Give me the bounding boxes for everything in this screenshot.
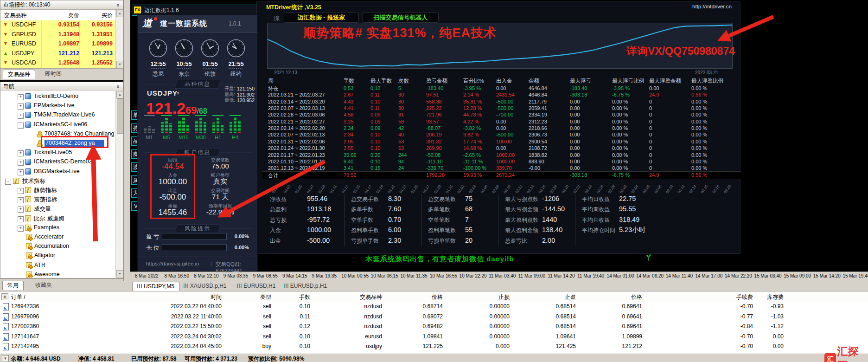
chart-tab-usdjpy-m5[interactable]: USDJPY,M5 [132, 282, 179, 291]
tree-item[interactable]: fAccumulation [0, 242, 115, 251]
clock-face-icon [174, 39, 194, 59]
timeframe-label[interactable]: M1 [143, 135, 156, 140]
orders-col-header-order-tp[interactable]: 止盈 [510, 293, 576, 301]
tree-item[interactable]: +TickmillEU-Demo [0, 92, 115, 101]
market-watch-scrollbar[interactable]: ▲ ▼ [115, 10, 123, 68]
tree-item[interactable]: +FPMarkets-Live [0, 101, 115, 110]
tree-item[interactable]: +f成交量 [0, 204, 115, 213]
tab-summary[interactable]: 综 [274, 14, 280, 23]
orders-col-header-order-symbol[interactable]: 交易品种 [310, 293, 382, 301]
tree-item[interactable]: 70034642: zong ya [0, 139, 115, 148]
timeframe-label[interactable]: M15 [177, 135, 190, 140]
expand-icon[interactable]: + [18, 103, 24, 110]
tree-item[interactable]: −ICMarketsSC-Live06 [0, 120, 115, 129]
tab-common[interactable]: 常用 [2, 281, 24, 290]
expand-icon[interactable]: + [18, 94, 24, 100]
orders-col-header-order-current-price[interactable]: 价格 [576, 293, 642, 301]
stats-cell: 0.00 [570, 139, 580, 144]
expand-icon[interactable]: + [18, 160, 24, 166]
collapse-icon[interactable]: − [5, 179, 11, 185]
stats-cell: 2.95 [344, 139, 353, 144]
quote-row[interactable]: ▲USDJPY121.212121.213 [0, 49, 115, 59]
symbol-name[interactable]: USDJPY [147, 89, 178, 97]
tab-tick-chart[interactable]: 即时图 [40, 70, 66, 78]
close-icon[interactable]: x [1, 293, 8, 300]
server-icon [25, 149, 31, 155]
expand-icon[interactable]: + [18, 113, 24, 119]
quote-row[interactable]: ▼USDCHF0.931540.93156 [0, 20, 115, 30]
col-ask[interactable]: 买价 [80, 12, 113, 19]
expand-icon[interactable]: + [18, 150, 24, 156]
tree-item[interactable]: fAccelerator [0, 233, 115, 242]
collapse-icon[interactable]: − [18, 123, 24, 129]
order-row[interactable]: 1271416472022.03.24 04:30:02sell0.10euru… [0, 332, 868, 342]
orders-col-header-order-commission[interactable]: 手续费 [642, 293, 753, 301]
tree-item[interactable]: +Tickmill-Live05 [0, 148, 115, 157]
quote-row[interactable]: ▼USDCAD1.256481.25652 [0, 58, 115, 68]
timeframe-label[interactable]: H4 [229, 135, 242, 140]
chart-tab-eurusd-h1[interactable]: EURUSD,H1 [232, 282, 280, 291]
navigator-scrollbar[interactable]: ▲ ▼ [115, 91, 123, 278]
stats-cell: 2022.01.31 ~ 2022.02.06 [268, 139, 325, 144]
col-symbol[interactable]: 交易品种 [4, 12, 26, 19]
quote-row[interactable]: ▼EURUSD1.098971.09899 [0, 39, 115, 49]
mt4-terminal: 市场报价: 06:13:40 x 交易品种 卖价 买价 ▼USDCHF0.931… [0, 0, 868, 362]
chart-tab-eurusd-p-h1[interactable]: EURUSD.p,H1 [279, 282, 332, 291]
expand-icon[interactable]: + [18, 216, 24, 222]
tab-symbols[interactable]: 交易品种 [3, 70, 35, 79]
quote-row[interactable]: ▼GBPUSD1.319481.31951 [0, 30, 115, 40]
tree-item[interactable]: +fExamples [0, 223, 115, 233]
expand-icon[interactable]: + [18, 188, 24, 194]
scroll-down-icon[interactable]: ▼ [116, 270, 123, 278]
timeframe-label[interactable]: H1 [211, 135, 224, 140]
daoyi-titlebar[interactable]: 道 道一数据系统 1.0.1 [138, 15, 257, 33]
chart-tab-xauusd-p-h1[interactable]: XAUUSD.p,H1 [179, 282, 231, 291]
summary-row: 总交易笔数75 [428, 194, 502, 205]
order-row[interactable]: 1269473362022.03.22 04:40:00sell0.10nzdu… [0, 302, 868, 312]
summary-stats: 净收益955.46总盈利1913.18总亏损-957.72入金1000.00出金… [267, 194, 652, 246]
tree-item[interactable]: fAwesome [0, 270, 115, 278]
timeframe-label[interactable]: M30 [194, 135, 207, 140]
mtdriver-url[interactable]: http://mtdriver.cn [692, 4, 732, 9]
expand-icon[interactable]: + [18, 197, 24, 203]
tree-item[interactable]: +ICMarketsSC-Demo03 [0, 157, 115, 167]
tree-item[interactable]: fATR [0, 261, 115, 270]
stats-cell: 0.20 [370, 152, 380, 158]
tree-item[interactable]: +DBGMarkets-Live [0, 167, 115, 176]
scan-signal-robot-button[interactable]: 扫描交易信号机器人 [363, 13, 439, 23]
daoyi-url[interactable]: https://daoyi-sj.gitee.io [146, 261, 199, 266]
orders-col-header-order-time[interactable]: 时间 [125, 293, 222, 301]
scroll-down-icon[interactable]: ▼ [116, 61, 123, 68]
tree-item[interactable]: +f比尔 威廉姆 [0, 214, 115, 223]
scroll-up-icon[interactable]: ▲ [116, 10, 123, 17]
order-row[interactable]: 1270023602022.03.22 15:50:00sell0.12nzdu… [0, 322, 868, 332]
tab-favorites[interactable]: 收藏夹 [31, 281, 57, 290]
maihui-data-button[interactable]: 迈汇数据 - 推送家 [284, 13, 359, 23]
orders-col-header-order-price[interactable]: 价格 [382, 293, 443, 301]
col-bid[interactable]: 卖价 [42, 12, 79, 19]
order-row[interactable]: 1269790962022.03.22 11:40:00sell0.11nzdu… [0, 312, 868, 322]
orders-col-header-order-type[interactable]: 类型 [222, 293, 271, 301]
orders-col-header-order-swap[interactable]: 库存费 [753, 293, 784, 301]
chevron-down-icon[interactable]: ▼ [176, 90, 180, 96]
orders-col-header-order-lots[interactable]: 手数 [271, 293, 310, 301]
tree-item[interactable]: 70037468: Yao Chuanliang [0, 129, 115, 139]
scroll-up-icon[interactable]: ▲ [116, 91, 123, 98]
timeframe-label[interactable]: M5 [160, 135, 173, 140]
close-icon[interactable]: x [115, 2, 121, 8]
tree-item[interactable]: −f技术指标 [0, 176, 115, 186]
tree-item[interactable]: +TMGM.TradeMax-Live6 [0, 110, 115, 120]
tree-item[interactable]: +f趋势指标 [0, 186, 115, 195]
order-row[interactable]: 1271424952022.03.24 04:45:00buy0.10usdjp… [0, 342, 868, 352]
expand-icon[interactable]: + [18, 169, 24, 175]
summary-label: 最大亏损点数 [505, 195, 542, 203]
orders-col-header-order-sl[interactable]: 止损 [443, 293, 510, 301]
expand-icon[interactable]: + [18, 226, 24, 232]
tree-item-label: Accelerator [34, 233, 64, 240]
expand-icon[interactable]: + [18, 207, 24, 213]
close-icon[interactable]: x [115, 84, 121, 90]
tree-item[interactable]: fAlligator [0, 251, 115, 260]
orders-col-header-order-id[interactable]: 订单 / [11, 293, 125, 301]
scroll-thumb[interactable] [117, 98, 123, 134]
tree-item[interactable]: +f震荡指标 [0, 195, 115, 204]
